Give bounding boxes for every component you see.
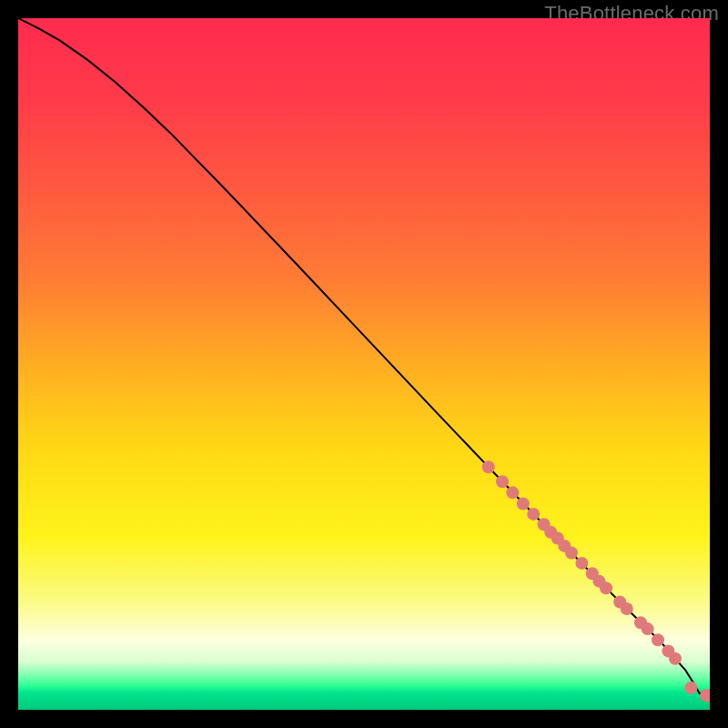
data-point [621, 602, 633, 615]
data-point [684, 682, 697, 694]
data-point [642, 622, 654, 635]
data-point [600, 581, 612, 594]
data-point [517, 498, 530, 511]
data-point [565, 546, 578, 559]
chart-frame: TheBottleneck.com [0, 0, 728, 728]
gradient-background [18, 18, 710, 710]
data-point [669, 652, 682, 665]
data-point [575, 557, 588, 570]
plot-area [18, 18, 710, 710]
data-point [506, 486, 519, 499]
data-point [652, 633, 664, 646]
data-point [482, 460, 495, 473]
data-point [496, 475, 509, 488]
chart-svg [18, 18, 710, 710]
data-point [527, 508, 540, 521]
